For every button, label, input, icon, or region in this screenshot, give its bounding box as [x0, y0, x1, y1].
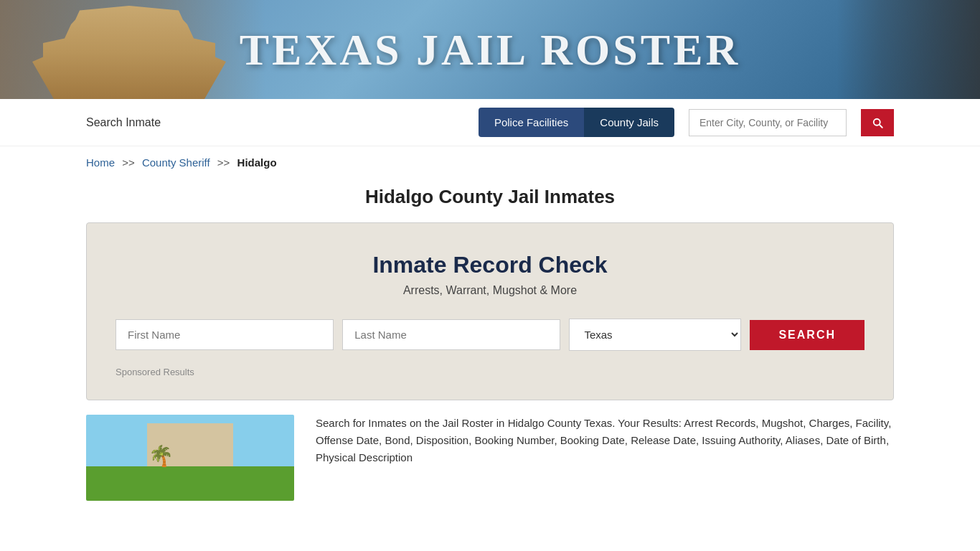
palm-tree: 🌴	[149, 444, 174, 468]
first-name-input[interactable]	[116, 319, 334, 350]
facility-description: Search for Inmates on the Jail Roster in…	[316, 415, 894, 501]
record-check-title: Inmate Record Check	[116, 252, 864, 278]
county-jails-button[interactable]: County Jails	[584, 108, 674, 137]
site-title: Texas Jail Roster	[240, 24, 741, 75]
header-banner: Texas Jail Roster	[0, 0, 980, 99]
last-name-input[interactable]	[342, 319, 560, 350]
bottom-section: 🌴 Search for Inmates on the Jail Roster …	[0, 415, 980, 501]
navbar: Search Inmate Police Facilities County J…	[0, 99, 980, 146]
facility-thumbnail: 🌴	[86, 415, 294, 501]
facility-search-input[interactable]	[689, 109, 847, 136]
breadcrumb-sep2: >>	[217, 156, 230, 169]
search-form-row: Texas AlabamaAlaskaArizonaArkansas Calif…	[116, 319, 864, 351]
police-facilities-button[interactable]: Police Facilities	[479, 108, 584, 137]
nav-buttons: Police Facilities County Jails	[479, 108, 674, 137]
breadcrumb-home[interactable]: Home	[86, 156, 115, 169]
page-title-section: Hidalgo County Jail Inmates	[0, 179, 980, 222]
facility-search-button[interactable]	[861, 109, 894, 136]
page-title: Hidalgo County Jail Inmates	[0, 186, 980, 208]
breadcrumb: Home >> County Sheriff >> Hidalgo	[0, 146, 980, 179]
record-check-box: Inmate Record Check Arrests, Warrant, Mu…	[86, 222, 894, 400]
search-inmate-label: Search Inmate	[86, 116, 464, 129]
search-icon	[871, 116, 884, 129]
sponsored-label: Sponsored Results	[116, 367, 194, 377]
inmate-search-button[interactable]: SEARCH	[750, 320, 864, 350]
record-check-subtitle: Arrests, Warrant, Mugshot & More	[116, 284, 864, 297]
breadcrumb-current: Hidalgo	[237, 156, 277, 169]
breadcrumb-county-sheriff[interactable]: County Sheriff	[142, 156, 210, 169]
state-select[interactable]: Texas AlabamaAlaskaArizonaArkansas Calif…	[569, 319, 741, 351]
keys-overlay	[837, 0, 980, 99]
breadcrumb-sep1: >>	[122, 156, 135, 169]
